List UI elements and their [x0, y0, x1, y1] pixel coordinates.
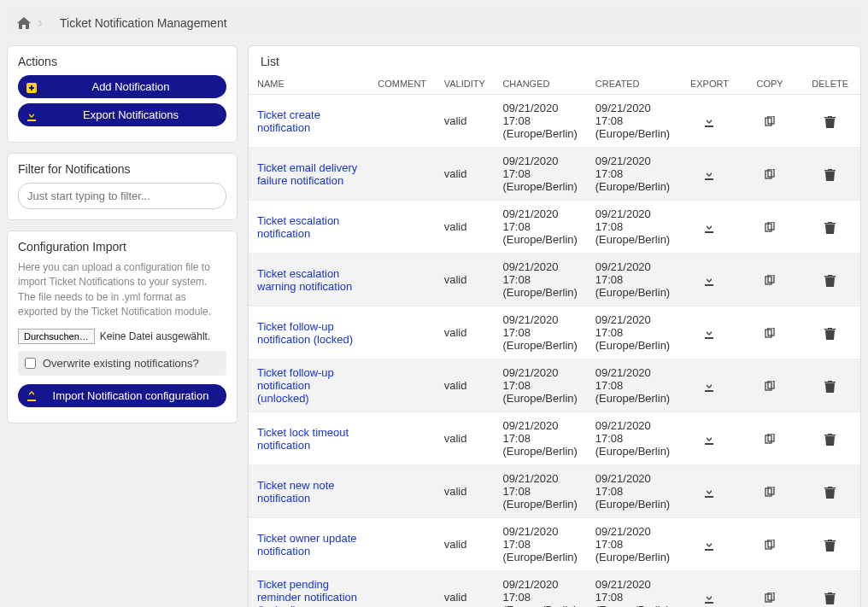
trash-icon[interactable]: [800, 465, 860, 518]
add-notification-button[interactable]: Add Notification: [18, 75, 226, 98]
notification-link[interactable]: Ticket create notification: [257, 108, 320, 134]
cell-comment: [369, 254, 436, 306]
overwrite-label: Overwrite existing notifications?: [43, 357, 199, 370]
trash-icon[interactable]: [800, 412, 860, 465]
filter-heading: Filter for Notifications: [18, 162, 226, 176]
copy-icon[interactable]: [740, 254, 801, 306]
th-changed[interactable]: CHANGED: [494, 73, 586, 95]
cell-changed: 09/21/2020 17:08 (Europe/Berlin): [494, 148, 586, 201]
cell-comment: [369, 359, 436, 412]
cell-comment: [369, 518, 436, 571]
cell-changed: 09/21/2020 17:08 (Europe/Berlin): [494, 571, 586, 608]
notification-link[interactable]: Ticket email delivery failure notificati…: [257, 161, 357, 187]
copy-icon[interactable]: [740, 306, 801, 359]
cell-created: 09/21/2020 17:08 (Europe/Berlin): [587, 412, 679, 465]
export-notifications-button[interactable]: Export Notifications: [18, 103, 226, 126]
overwrite-checkbox[interactable]: [25, 358, 36, 369]
cell-validity: valid: [436, 359, 495, 412]
copy-icon[interactable]: [740, 148, 801, 201]
table-row: Ticket escalation notificationvalid09/21…: [249, 201, 860, 254]
export-icon[interactable]: [679, 518, 740, 571]
notification-link[interactable]: Ticket escalation notification: [257, 214, 339, 240]
trash-icon[interactable]: [800, 254, 860, 306]
th-created[interactable]: CREATED: [587, 73, 679, 95]
cell-changed: 09/21/2020 17:08 (Europe/Berlin): [494, 306, 586, 359]
config-import-card: Configuration Import Here you can upload…: [7, 231, 238, 423]
cell-validity: valid: [436, 254, 495, 306]
cell-comment: [369, 465, 436, 518]
table-row: Ticket new note notificationvalid09/21/2…: [249, 465, 860, 518]
cell-changed: 09/21/2020 17:08 (Europe/Berlin): [494, 201, 586, 254]
table-row: Ticket pending reminder notification (lo…: [249, 571, 860, 608]
export-icon[interactable]: [679, 571, 740, 608]
cell-comment: [369, 95, 436, 148]
export-icon[interactable]: [679, 254, 740, 306]
trash-icon[interactable]: [800, 148, 860, 201]
notification-link[interactable]: Ticket new note notification: [257, 479, 335, 505]
filter-card: Filter for Notifications: [7, 153, 238, 220]
cell-validity: valid: [436, 306, 495, 359]
table-row: Ticket follow-up notification (unlocked)…: [249, 359, 860, 412]
th-copy: COPY: [740, 73, 801, 95]
th-export: EXPORT: [679, 73, 740, 95]
cell-created: 09/21/2020 17:08 (Europe/Berlin): [587, 306, 679, 359]
cell-created: 09/21/2020 17:08 (Europe/Berlin): [587, 254, 679, 306]
browse-button[interactable]: Durchsuchen…: [18, 329, 95, 344]
notification-link[interactable]: Ticket follow-up notification (unlocked): [257, 366, 334, 405]
cell-created: 09/21/2020 17:08 (Europe/Berlin): [587, 148, 679, 201]
plus-square-icon: [26, 80, 44, 93]
download-icon: [26, 108, 44, 121]
export-icon[interactable]: [679, 148, 740, 201]
home-icon[interactable]: [17, 15, 31, 31]
th-delete: DELETE: [800, 73, 860, 95]
th-name[interactable]: NAME: [249, 73, 369, 95]
trash-icon[interactable]: [800, 95, 860, 148]
copy-icon[interactable]: [740, 359, 801, 412]
export-icon[interactable]: [679, 465, 740, 518]
notification-link[interactable]: Ticket escalation warning notification: [257, 267, 352, 293]
cell-created: 09/21/2020 17:08 (Europe/Berlin): [587, 465, 679, 518]
export-icon[interactable]: [679, 95, 740, 148]
notification-link[interactable]: Ticket follow-up notification (locked): [257, 320, 353, 346]
cell-created: 09/21/2020 17:08 (Europe/Berlin): [587, 201, 679, 254]
copy-icon[interactable]: [740, 518, 801, 571]
table-row: Ticket escalation warning notificationva…: [249, 254, 860, 306]
cell-validity: valid: [436, 148, 495, 201]
export-icon[interactable]: [679, 306, 740, 359]
th-validity[interactable]: VALIDITY: [436, 73, 495, 95]
table-row: Ticket follow-up notification (locked)va…: [249, 306, 860, 359]
copy-icon[interactable]: [740, 201, 801, 254]
copy-icon[interactable]: [740, 95, 801, 148]
export-icon[interactable]: [679, 412, 740, 465]
config-import-heading: Configuration Import: [18, 240, 226, 254]
notification-link[interactable]: Ticket lock timeout notification: [257, 426, 349, 452]
config-import-text: Here you can upload a configuration file…: [18, 260, 226, 320]
copy-icon[interactable]: [740, 571, 801, 608]
cell-validity: valid: [436, 571, 495, 608]
export-icon[interactable]: [679, 359, 740, 412]
cell-comment: [369, 306, 436, 359]
notification-link[interactable]: Ticket owner update notification: [257, 532, 357, 557]
trash-icon[interactable]: [800, 306, 860, 359]
copy-icon[interactable]: [740, 465, 801, 518]
cell-created: 09/21/2020 17:08 (Europe/Berlin): [587, 95, 679, 148]
trash-icon[interactable]: [800, 518, 860, 571]
cell-comment: [369, 201, 436, 254]
export-icon[interactable]: [679, 201, 740, 254]
th-comment[interactable]: COMMENT: [369, 73, 436, 95]
cell-validity: valid: [436, 95, 495, 148]
trash-icon[interactable]: [800, 359, 860, 412]
cell-changed: 09/21/2020 17:08 (Europe/Berlin): [494, 95, 586, 148]
breadcrumb: › Ticket Notification Management: [7, 7, 861, 38]
trash-icon[interactable]: [800, 571, 860, 608]
trash-icon[interactable]: [800, 201, 860, 254]
add-notification-label: Add Notification: [44, 80, 218, 93]
list-panel: List NAME COMMENT VALIDITY CHANGED CREAT…: [248, 45, 861, 607]
filter-input[interactable]: [18, 183, 226, 209]
table-row: Ticket create notificationvalid09/21/202…: [249, 95, 860, 148]
cell-changed: 09/21/2020 17:08 (Europe/Berlin): [494, 518, 586, 571]
copy-icon[interactable]: [740, 412, 801, 465]
upload-icon: [26, 389, 44, 402]
import-config-button[interactable]: Import Notification configuration: [18, 384, 226, 407]
notification-link[interactable]: Ticket pending reminder notification (lo…: [257, 578, 357, 607]
